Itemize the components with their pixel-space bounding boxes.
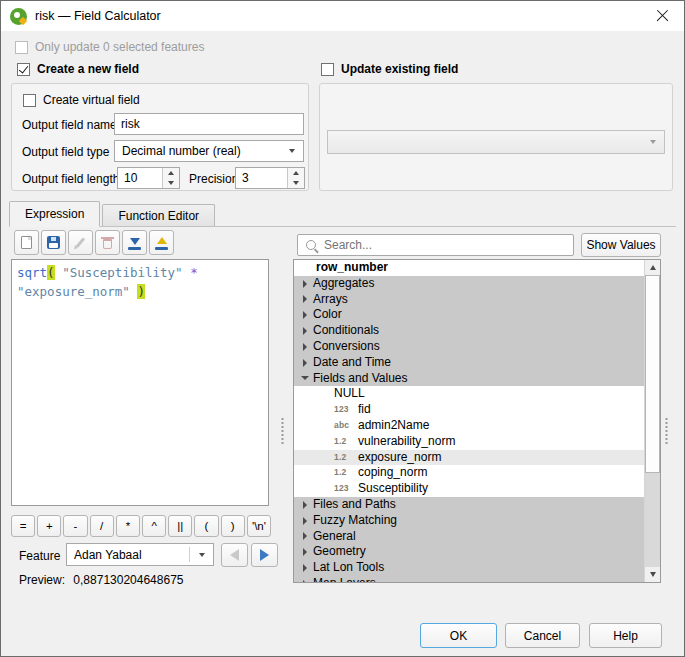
- expand-arrow-icon[interactable]: [296, 327, 313, 335]
- operator-button-symbol[interactable]: /: [90, 515, 114, 537]
- import-arrow-icon: [127, 236, 142, 250]
- scrollbar-down-button[interactable]: [645, 567, 660, 582]
- operator-button-symbol[interactable]: =: [11, 515, 35, 537]
- checkbox-unchecked-icon: [23, 94, 36, 107]
- new-expression-button[interactable]: [14, 230, 39, 255]
- search-icon: [306, 240, 316, 250]
- tree-group-geometry[interactable]: Geometry: [294, 544, 644, 560]
- tree-group-aggregates[interactable]: Aggregates: [294, 276, 644, 292]
- update-existing-field-checkbox[interactable]: Update existing field: [321, 62, 458, 76]
- expand-arrow-icon[interactable]: [296, 564, 313, 572]
- ok-button[interactable]: OK: [420, 623, 497, 648]
- help-button[interactable]: Help: [589, 623, 662, 648]
- tree-group-conversions[interactable]: Conversions: [294, 339, 644, 355]
- output-field-length-spinbox[interactable]: 10: [117, 167, 180, 189]
- feature-value: Adan Yabaal: [74, 548, 142, 562]
- output-field-length-value: 10: [124, 171, 137, 185]
- save-expression-button[interactable]: [41, 230, 66, 255]
- tree-group-files-and-paths[interactable]: Files and Paths: [294, 497, 644, 513]
- tree-group-conditionals[interactable]: Conditionals: [294, 323, 644, 339]
- output-field-type-combobox[interactable]: Decimal number (real): [114, 140, 304, 162]
- tree-group-lat-lon-tools[interactable]: Lat Lon Tools: [294, 560, 644, 576]
- tree-group-arrays[interactable]: Arrays: [294, 292, 644, 308]
- expand-arrow-icon[interactable]: [296, 548, 313, 556]
- expression-token: *: [190, 265, 198, 280]
- tree-item-null[interactable]: NULL: [294, 386, 644, 402]
- close-button[interactable]: [640, 1, 684, 30]
- tree-item-susceptibility[interactable]: 123Susceptibility: [294, 481, 644, 497]
- expression-token: "Susceptibility": [62, 265, 182, 280]
- tree-item-coping-norm[interactable]: 1.2coping_norm: [294, 465, 644, 481]
- tree-group-fuzzy-matching[interactable]: Fuzzy Matching: [294, 513, 644, 529]
- tree-scrollbar[interactable]: [644, 260, 660, 582]
- tree-row-label: NULL: [334, 386, 365, 402]
- operator-button-symbol[interactable]: ): [221, 515, 245, 537]
- expand-arrow-icon[interactable]: [296, 532, 313, 540]
- right-splitter-handle[interactable]: [664, 417, 669, 445]
- tree-row-label: Aggregates: [313, 276, 374, 292]
- tree-group-general[interactable]: General: [294, 529, 644, 545]
- spin-down-icon: [163, 178, 179, 188]
- expression-editor[interactable]: sqrt( "Susceptibility" * "exposure_norm"…: [11, 259, 269, 506]
- collapse-arrow-icon[interactable]: [296, 376, 313, 380]
- chevron-down-icon: [199, 553, 205, 557]
- tree-item-admin2name[interactable]: abcadmin2Name: [294, 418, 644, 434]
- only-update-selected-checkbox: Only update 0 selected features: [15, 40, 204, 54]
- chevron-down-icon: [289, 149, 295, 153]
- spin-buttons[interactable]: [287, 168, 304, 188]
- expand-arrow-icon[interactable]: [296, 501, 313, 509]
- create-new-field-checkbox[interactable]: Create a new field: [17, 62, 139, 76]
- create-virtual-field-checkbox[interactable]: Create virtual field: [23, 93, 140, 107]
- scrollbar-up-button[interactable]: [645, 260, 660, 275]
- tree-row-label: Color: [313, 307, 342, 323]
- operator-button-symbol[interactable]: -: [63, 515, 87, 537]
- output-field-name-input[interactable]: [114, 113, 304, 135]
- operator-button-symbol[interactable]: *: [116, 515, 140, 537]
- update-field-groupbox: [319, 83, 673, 191]
- tree-group-map-layers[interactable]: Map Layers: [294, 576, 644, 582]
- operator-button-symbol[interactable]: +: [37, 515, 61, 537]
- tree-row-label: coping_norm: [358, 465, 427, 481]
- tree-group-color[interactable]: Color: [294, 307, 644, 323]
- tree-group-fields-and-values[interactable]: Fields and Values: [294, 371, 644, 387]
- expand-arrow-icon[interactable]: [296, 580, 313, 582]
- export-expression-button[interactable]: [149, 230, 174, 255]
- spin-buttons[interactable]: [162, 168, 179, 188]
- operator-button-n[interactable]: '\n': [247, 515, 271, 537]
- show-values-button[interactable]: Show Values: [581, 233, 661, 257]
- cancel-button[interactable]: Cancel: [505, 623, 580, 648]
- left-splitter-handle[interactable]: [280, 417, 285, 445]
- close-icon: [656, 9, 669, 22]
- scrollbar-track[interactable]: [645, 473, 660, 567]
- tree-group-date-and-time[interactable]: Date and Time: [294, 355, 644, 371]
- tree-item-row-number[interactable]: row_number: [294, 260, 644, 276]
- operator-button-symbol[interactable]: ||: [168, 515, 192, 537]
- tree-item-exposure-norm[interactable]: 1.2exposure_norm: [294, 450, 644, 466]
- feature-combobox[interactable]: Adan Yabaal: [66, 543, 214, 566]
- tab-function-editor-label: Function Editor: [118, 209, 199, 223]
- expand-arrow-icon[interactable]: [296, 280, 313, 288]
- operator-button-symbol[interactable]: ^: [142, 515, 166, 537]
- expand-arrow-icon[interactable]: [296, 311, 313, 319]
- tree-item-vulnerability-norm[interactable]: 1.2vulnerability_norm: [294, 434, 644, 450]
- precision-spinbox[interactable]: 3: [235, 167, 305, 189]
- tab-expression[interactable]: Expression: [9, 201, 100, 227]
- search-input[interactable]: [297, 234, 574, 256]
- floppy-disk-icon: [47, 236, 60, 249]
- operator-button-symbol[interactable]: (: [194, 515, 218, 537]
- expand-arrow-icon[interactable]: [296, 343, 313, 351]
- tab-bar: Expression Function Editor: [9, 202, 676, 227]
- tab-function-editor[interactable]: Function Editor: [102, 204, 215, 226]
- preview-value: 0,887130204648675: [73, 573, 183, 587]
- ok-label: OK: [450, 629, 467, 643]
- expand-arrow-icon[interactable]: [296, 517, 313, 525]
- edit-expression-button: [68, 230, 93, 255]
- expand-arrow-icon[interactable]: [296, 359, 313, 367]
- create-new-field-label: Create a new field: [37, 62, 139, 76]
- expand-arrow-icon[interactable]: [296, 295, 313, 303]
- scrollbar-thumb[interactable]: [645, 275, 660, 473]
- tree-item-fid[interactable]: 123fid: [294, 402, 644, 418]
- import-expression-button[interactable]: [122, 230, 147, 255]
- previous-feature-button: [221, 543, 248, 567]
- next-feature-button[interactable]: [251, 543, 278, 567]
